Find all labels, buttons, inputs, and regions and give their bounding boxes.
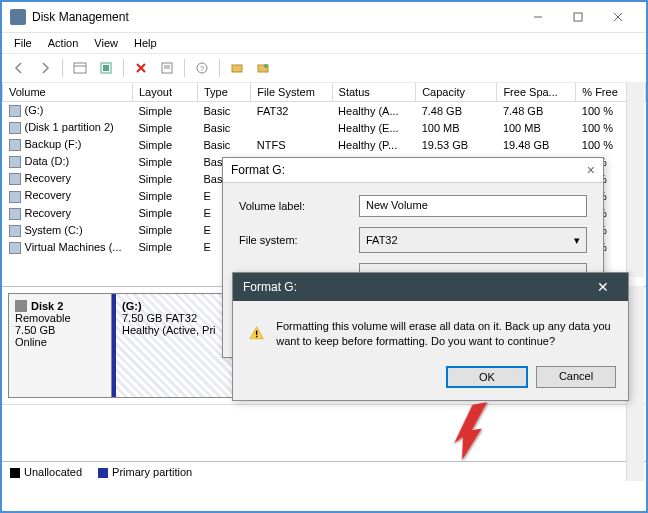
menu-help[interactable]: Help <box>126 35 165 51</box>
col-volume[interactable]: Volume <box>3 83 133 102</box>
col-layout[interactable]: Layout <box>132 83 197 102</box>
legend: Unallocated Primary partition <box>2 461 646 482</box>
confirm-message: Formatting this volume will erase all da… <box>276 319 612 350</box>
table-row[interactable]: (G:)SimpleBasicFAT32Healthy (A...7.48 GB… <box>3 102 646 120</box>
titlebar: Disk Management <box>2 2 646 33</box>
ok-button[interactable]: OK <box>446 366 528 388</box>
svg-rect-10 <box>232 65 242 72</box>
maximize-button[interactable] <box>558 3 598 31</box>
back-icon[interactable] <box>8 57 30 79</box>
scrollbar-top[interactable] <box>626 82 644 277</box>
svg-rect-4 <box>103 65 109 71</box>
properties-icon[interactable] <box>156 57 178 79</box>
menu-view[interactable]: View <box>86 35 126 51</box>
volume-label-input[interactable]: New Volume <box>359 195 587 217</box>
app-icon <box>10 9 26 25</box>
format-dialog-title: Format G: <box>231 163 285 177</box>
close-button[interactable] <box>598 3 638 31</box>
help-icon[interactable]: ? <box>191 57 213 79</box>
forward-icon[interactable] <box>34 57 56 79</box>
refresh-icon[interactable] <box>95 57 117 79</box>
menubar: File Action View Help <box>2 33 646 53</box>
action2-icon[interactable] <box>252 57 274 79</box>
svg-rect-0 <box>574 13 582 21</box>
delete-icon[interactable] <box>130 57 152 79</box>
cancel-button[interactable]: Cancel <box>536 366 616 388</box>
svg-rect-1 <box>74 63 86 73</box>
view-icon[interactable] <box>69 57 91 79</box>
menu-file[interactable]: File <box>6 35 40 51</box>
filesystem-select[interactable]: FAT32▾ <box>359 227 587 253</box>
svg-text:?: ? <box>200 64 205 73</box>
confirm-dialog-close-icon[interactable]: ✕ <box>588 279 618 295</box>
col-type[interactable]: Type <box>197 83 250 102</box>
table-row[interactable]: Backup (F:)SimpleBasicNTFSHealthy (P...1… <box>3 136 646 153</box>
format-dialog-close-icon[interactable]: × <box>587 162 595 178</box>
menu-action[interactable]: Action <box>40 35 87 51</box>
window-title: Disk Management <box>32 10 518 24</box>
confirm-dialog: Format G: ✕ Formatting this volume will … <box>232 272 629 401</box>
filesystem-label: File system: <box>239 234 359 246</box>
col-capacity[interactable]: Capacity <box>416 83 497 102</box>
table-row[interactable]: (Disk 1 partition 2)SimpleBasicHealthy (… <box>3 119 646 136</box>
col-status[interactable]: Status <box>332 83 416 102</box>
action1-icon[interactable] <box>226 57 248 79</box>
col-free[interactable]: Free Spa... <box>497 83 576 102</box>
toolbar: ? <box>2 53 646 83</box>
svg-rect-13 <box>256 331 257 335</box>
svg-point-12 <box>264 64 268 68</box>
minimize-button[interactable] <box>518 3 558 31</box>
svg-rect-14 <box>256 336 257 337</box>
warning-icon <box>249 319 264 347</box>
disk-header[interactable]: Disk 2 Removable 7.50 GB Online <box>8 293 112 398</box>
chevron-down-icon: ▾ <box>574 234 580 247</box>
confirm-dialog-title: Format G: <box>243 280 297 294</box>
col-fs[interactable]: File System <box>251 83 332 102</box>
volume-label-label: Volume label: <box>239 200 359 212</box>
